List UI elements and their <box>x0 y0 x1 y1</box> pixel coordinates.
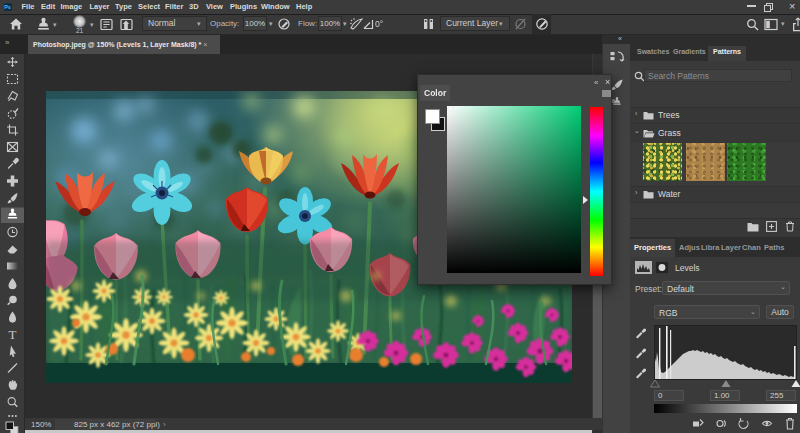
svg-text:T: T <box>9 327 17 342</box>
